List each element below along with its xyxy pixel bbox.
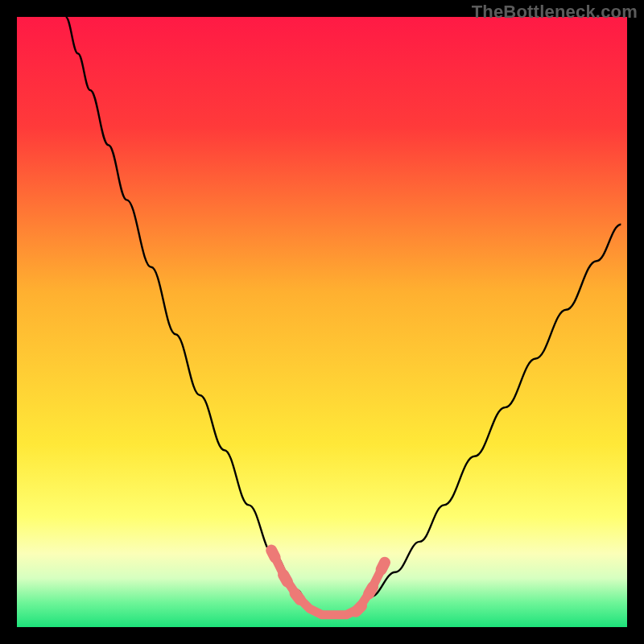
plot-background (17, 17, 627, 627)
watermark: TheBottleneck.com (472, 2, 638, 23)
chart-plot (17, 17, 627, 627)
chart-frame: TheBottleneck.com (0, 0, 644, 644)
